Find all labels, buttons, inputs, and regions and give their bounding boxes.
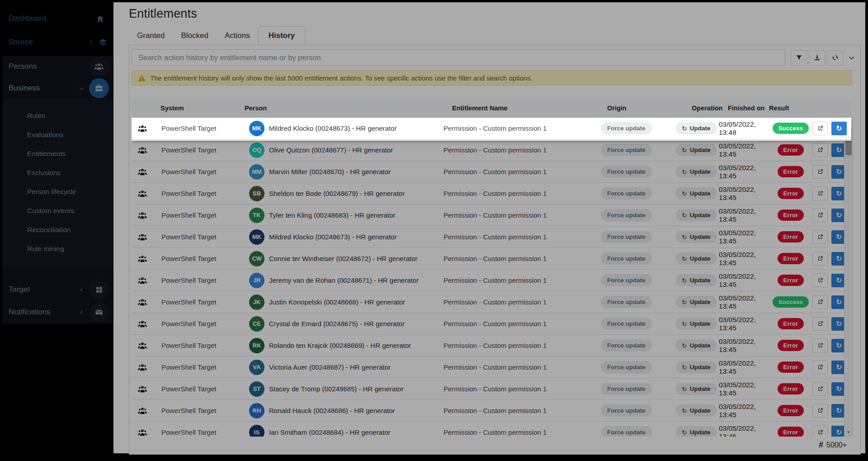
sidebar-item-source[interactable]: Source: [2, 30, 113, 54]
tab-actions[interactable]: Actions: [217, 27, 258, 45]
sidebar-item-exclusions[interactable]: Exclusions: [2, 163, 113, 182]
external-link-icon: [817, 277, 824, 284]
result-badge: Error: [778, 427, 804, 437]
open-details-button[interactable]: [812, 230, 828, 244]
entitlement-cell: Permission - Custom permission 1: [441, 168, 596, 176]
open-details-button[interactable]: [812, 209, 828, 222]
open-details-button[interactable]: [812, 122, 828, 135]
sidebar-item-reconciliation[interactable]: Reconciliation: [2, 220, 113, 239]
refresh-button[interactable]: [827, 50, 843, 66]
refresh-icon: ↻: [682, 212, 687, 219]
sidebar-item-entitlements[interactable]: Entitlements: [2, 144, 113, 163]
table-row[interactable]: PowerShell Target MK Mildred Klocko (002…: [132, 118, 851, 139]
person-name: Crystal de Emard (00248675) - HR generat…: [269, 320, 405, 328]
sidebar-item-business[interactable]: Business: [2, 77, 113, 99]
open-details-button[interactable]: [812, 361, 828, 374]
header-origin: Origin: [596, 105, 671, 112]
chevron-left-icon: [88, 39, 94, 46]
sidebar-item-dashboard[interactable]: Dashboard: [2, 7, 113, 30]
header-result: Result: [769, 105, 812, 112]
open-details-button[interactable]: [812, 404, 828, 418]
sidebar-item-custom-events[interactable]: Custom events: [2, 201, 113, 220]
person-name: Justin Konopelski (00248668) - HR genera…: [269, 298, 405, 306]
system-cell: PowerShell Target: [153, 363, 242, 371]
table-scrollbar[interactable]: ▲ ▼: [844, 118, 853, 437]
open-details-button[interactable]: [812, 165, 828, 179]
entitlement-cell: Permission - Custom permission 1: [441, 146, 596, 154]
tab-history[interactable]: History: [258, 26, 306, 45]
table-row[interactable]: PowerShell Target CE Crystal de Emard (0…: [132, 313, 851, 335]
more-options-button[interactable]: [845, 50, 858, 66]
external-link-icon: [817, 342, 824, 349]
refresh-icon: ↻: [682, 407, 687, 414]
sidebar-item-rules[interactable]: Rules: [2, 106, 113, 125]
entitlement-cell: Permission - Custom permission 1: [441, 233, 596, 241]
table-row[interactable]: PowerShell Target JK Justin Konopelski (…: [132, 291, 851, 313]
search-input[interactable]: [132, 49, 785, 66]
table-row[interactable]: PowerShell Target RK Rolando ten Krajcik…: [132, 335, 851, 356]
result-badge: Error: [778, 166, 804, 177]
sidebar-item-person-lifecycle[interactable]: Person lifecycle: [2, 182, 113, 201]
open-details-button[interactable]: [812, 252, 828, 266]
open-details-button[interactable]: [812, 295, 828, 309]
sidebar-item-evaluations[interactable]: Evaluations: [2, 125, 113, 144]
open-details-button[interactable]: [812, 187, 828, 200]
finished-cell: 03/05/2022, 13:45: [710, 185, 769, 202]
users-icon: [94, 62, 104, 71]
sidebar-item-target[interactable]: Target: [2, 278, 113, 301]
avatar: JK: [249, 295, 264, 310]
person-name: Rolando ten Krajcik (00248669) - HR gene…: [269, 342, 411, 349]
origin-badge: Force update: [601, 274, 652, 286]
sidebar-item-label: Dashboard: [9, 14, 46, 23]
tab-granted[interactable]: Granted: [129, 27, 173, 45]
users-icon: [137, 341, 147, 351]
record-count-value: 5000+: [826, 441, 847, 449]
open-details-button[interactable]: [812, 339, 828, 352]
scroll-down-arrow[interactable]: ▼: [844, 428, 853, 436]
avatar: CW: [249, 251, 264, 266]
table-row[interactable]: PowerShell Target OQ Olive Quitzon (0024…: [132, 139, 851, 161]
open-details-button[interactable]: [812, 274, 828, 287]
sidebar-item-rule-mining[interactable]: Rule mining: [2, 239, 113, 258]
open-details-button[interactable]: [812, 382, 828, 396]
person-name: Victoria Auer (00248687) - HR generator: [269, 363, 391, 371]
avatar: MM: [249, 164, 264, 180]
refresh-icon: ↻: [682, 255, 687, 262]
finished-cell: 03/05/2022, 13:45: [710, 359, 769, 375]
system-cell: PowerShell Target: [153, 428, 242, 436]
entitlement-cell: Permission - Custom permission 1: [441, 211, 596, 219]
refresh-icon: ↻: [682, 429, 687, 436]
open-details-button[interactable]: [812, 317, 828, 331]
open-details-button[interactable]: [812, 143, 828, 157]
table-row[interactable]: PowerShell Target ST Stacey de Tromp (00…: [132, 378, 851, 400]
retry-action-button[interactable]: ↻: [831, 122, 847, 135]
sidebar-item-notifications[interactable]: Notifications: [2, 301, 113, 323]
external-link-icon: [817, 320, 824, 327]
tab-blocked[interactable]: Blocked: [173, 27, 216, 45]
result-badge: Success: [773, 123, 809, 134]
finished-cell: 03/05/2022, 13:48: [710, 120, 769, 137]
filter-button[interactable]: [791, 50, 807, 66]
table-row[interactable]: PowerShell Target TK Tyler ten Kling (00…: [132, 204, 851, 226]
origin-badge: Force update: [601, 426, 652, 437]
origin-badge: Force update: [601, 296, 652, 308]
table-row[interactable]: PowerShell Target MK Mildred Klocko (002…: [132, 226, 851, 248]
sidebar-bottom-fill: [2, 323, 113, 461]
table-row[interactable]: PowerShell Target CW Connie ter Wintheis…: [132, 248, 851, 270]
external-link-icon: [817, 299, 824, 305]
person-name: Mildred Klocko (00248673) - HR generator: [269, 124, 397, 132]
table-row[interactable]: PowerShell Target MM Marvin Miller (0024…: [132, 161, 851, 183]
table-row[interactable]: PowerShell Target IS Ian Smitham (002486…: [132, 422, 851, 437]
external-link-icon: [817, 255, 824, 262]
person-name: Tyler ten Kling (00248683) - HR generato…: [269, 211, 395, 219]
download-button[interactable]: [809, 50, 825, 66]
open-details-button[interactable]: [812, 426, 828, 437]
system-cell: PowerShell Target: [153, 211, 242, 219]
table-row[interactable]: PowerShell Target SB Sheldon ter Bode (0…: [132, 183, 851, 204]
table-row[interactable]: PowerShell Target RH Ronald Hauck (00248…: [132, 400, 851, 422]
sidebar-item-persons[interactable]: Persons: [2, 56, 113, 77]
table-row[interactable]: PowerShell Target VA Victoria Auer (0024…: [132, 356, 851, 378]
person-name: Mildred Klocko (00248673) - HR generator: [269, 233, 397, 241]
system-cell: PowerShell Target: [153, 255, 242, 262]
table-row[interactable]: PowerShell Target JR Jeremy van de Rohan…: [132, 270, 851, 291]
